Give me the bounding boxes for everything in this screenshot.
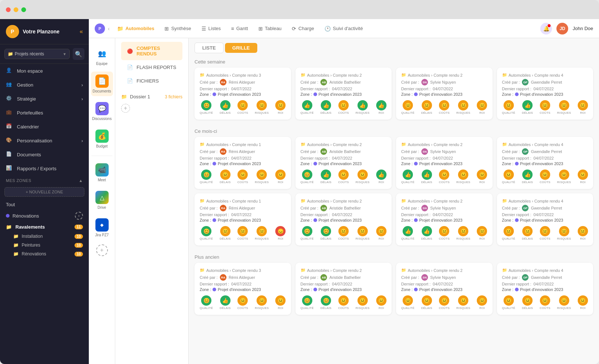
zone-name: Projet d'innovation 2023: [419, 218, 462, 222]
report-card[interactable]: 📁 Automobiles › Compte rendu 4 Créé par …: [497, 68, 593, 120]
report-card[interactable]: 📁 Automobiles › Compte rendu 2 Créé par …: [295, 68, 392, 120]
project-select[interactable]: 📁 Projets récents ▼: [4, 49, 70, 59]
add-zone-button[interactable]: +: [75, 212, 83, 220]
report-card[interactable]: 📁 Automobiles › Compte rendu 2 Créé par …: [295, 263, 392, 315]
maximize-button[interactable]: [21, 7, 26, 12]
add-folder-row: +: [115, 102, 188, 114]
metric-item: 😐 RISQUES: [356, 170, 370, 184]
report-card[interactable]: 📁 Automobiles › Compte rendu 1 Créé par …: [195, 193, 291, 245]
notifications-button[interactable]: 🔔: [540, 23, 552, 34]
last-report-date: 04/07/2022: [332, 156, 352, 160]
metric-item: 😐 RISQUES: [255, 295, 269, 310]
project-back-button[interactable]: P: [95, 23, 105, 34]
zone-ravalements[interactable]: 📁 Ravalements 11: [0, 222, 89, 232]
report-card[interactable]: 📁 Automobiles › Compte rendu 4 Créé par …: [497, 193, 593, 245]
sidebar-item-calendrier[interactable]: 📅 Calendrier: [0, 120, 89, 134]
report-card[interactable]: 📁 Automobiles › Compte rendu 4 Créé par …: [497, 263, 593, 315]
metric-item: 😐 ROI: [578, 170, 588, 184]
metric-icon: 😐: [376, 295, 386, 306]
metric-item: 😐 RISQUES: [557, 170, 571, 184]
doc-nav-fichiers[interactable]: 📄 FICHIERS: [121, 74, 182, 87]
sidebar-item-mon-espace[interactable]: 👤 Mon espace: [0, 64, 89, 78]
metric-label: QUALITÉ: [502, 306, 515, 310]
metric-label: QUALITÉ: [401, 237, 414, 240]
creator-avatar: AB: [320, 274, 327, 281]
report-card[interactable]: 📁 Automobiles › Compte rendu 2 Créé par …: [396, 137, 493, 189]
sidebar-item-rapports[interactable]: 📊 Rapports / Exports: [0, 161, 89, 175]
tab-automobiles-label: Automobiles: [126, 26, 155, 31]
grid-view-button[interactable]: GRILLE: [225, 43, 257, 53]
list-view-button[interactable]: LISTE: [195, 43, 224, 53]
tab-gantt[interactable]: ≡ Gantt: [227, 23, 253, 34]
doc-nav-flash-reports[interactable]: 📄 FLASH REPORTS: [121, 61, 182, 74]
zone-name: Projet d'innovation 2023: [520, 161, 563, 166]
tool-documents[interactable]: 📄 Documents: [91, 72, 113, 96]
tool-budget[interactable]: 💰 Budget: [91, 127, 113, 151]
zone-tout[interactable]: Tout: [0, 200, 89, 210]
subzone-installation[interactable]: 📁 Installation 10: [0, 232, 89, 241]
sidebar-item-gestion[interactable]: 👥 Gestion ›: [0, 78, 89, 92]
metric-icon: 😐: [477, 100, 487, 110]
subzone-peintures[interactable]: 📁 Peintures 10: [0, 241, 89, 250]
metric-item: 😐 COÛTS: [540, 170, 551, 184]
tab-suivi[interactable]: 🕐 Suivi d'activité: [320, 23, 367, 34]
metric-item: 👍 ROI: [376, 100, 386, 114]
metric-label: ROI: [278, 111, 283, 114]
sidebar: P Votre Planzone « 📁 Projets récents ▼ 🔍…: [0, 19, 89, 364]
sidebar-item-documents[interactable]: 📄 Documents: [0, 148, 89, 161]
add-tool-button[interactable]: +: [96, 244, 108, 256]
report-card[interactable]: 📁 Automobiles › Compte rendu 2 Créé par …: [295, 137, 392, 189]
tab-tableau[interactable]: ⊞ Tableau: [254, 23, 286, 34]
sidebar-item-strategie[interactable]: ⚙️ Stratégie ›: [0, 92, 89, 106]
close-button[interactable]: [6, 7, 11, 12]
creator-row: Créé par : GP Gwendalle Perret: [502, 205, 588, 211]
card-breadcrumb: 📁 Automobiles › Compte rendu 1: [200, 142, 286, 147]
tool-meet[interactable]: 📹 Meet: [91, 160, 113, 185]
created-by-label: Créé par :: [301, 149, 319, 154]
metric-label: DÉLAIS: [320, 306, 331, 310]
tool-jira[interactable]: ◆ Jira PZ7: [91, 215, 113, 240]
suivi-icon: 🕐: [324, 26, 331, 32]
add-folder-button[interactable]: +: [121, 104, 130, 113]
tab-listes[interactable]: ☰ Listes: [197, 23, 225, 34]
subzone-renovations[interactable]: 📁 Rénovations 10: [0, 250, 89, 258]
tool-discussions[interactable]: 💬 Discussions: [91, 99, 113, 124]
collapse-zones-icon[interactable]: ▲: [79, 178, 83, 183]
tool-equipe[interactable]: 👥 Equipe: [91, 44, 113, 69]
last-report-label: Dernier rapport :: [502, 87, 531, 91]
doc-nav-comptes-rendus[interactable]: 🔴 COMPTES RENDUS: [121, 42, 182, 60]
top-nav-right: 🔔 JD John Doe: [540, 23, 593, 34]
sidebar-app-name: Votre Planzone: [23, 29, 76, 34]
folder-icon: 📁: [502, 73, 507, 77]
report-card[interactable]: 📁 Automobiles › Compte rendu 2 Créé par …: [396, 193, 493, 245]
search-button[interactable]: 🔍: [73, 48, 84, 60]
created-by-label: Créé par :: [301, 206, 319, 210]
folder-dossier1[interactable]: 📁 Dossier 1 3 fichiers: [115, 91, 188, 102]
report-card[interactable]: 📁 Automobiles › Compte rendu 3 Créé par …: [195, 68, 291, 120]
report-card[interactable]: 📁 Automobiles › Compte rendu 2 Créé par …: [396, 68, 493, 120]
sidebar-item-portefeuilles[interactable]: 💼 Portefeuilles: [0, 106, 89, 120]
zone-renovations[interactable]: Rénovations +: [0, 210, 89, 222]
date-row: Dernier rapport : 04/07/2022: [502, 87, 588, 91]
report-card[interactable]: 📁 Automobiles › Compte rendu 2 Créé par …: [295, 193, 392, 245]
new-zone-button[interactable]: + NOUVELLE ZONE: [4, 187, 84, 197]
report-card[interactable]: 📁 Automobiles › Compte rendu 3 Créé par …: [195, 263, 291, 315]
creator-avatar: GP: [522, 274, 529, 281]
tab-charge[interactable]: ⟳ Charge: [287, 23, 319, 34]
breadcrumb-text: Automobiles › Compte rendu 2: [307, 199, 362, 203]
metric-label: DÉLAIS: [522, 181, 533, 184]
report-card[interactable]: 📁 Automobiles › Compte rendu 1 Créé par …: [195, 137, 291, 189]
sidebar-item-personnalisation[interactable]: 🎨 Personnalisation ›: [0, 134, 89, 148]
report-card[interactable]: 📁 Automobiles › Compte rendu 4 Créé par …: [497, 137, 593, 189]
sidebar-collapse-button[interactable]: «: [80, 28, 83, 35]
metric-item: 👍 DÉLAIS: [522, 100, 533, 114]
tab-synthese[interactable]: ⊞ Synthèse: [160, 23, 195, 34]
report-card[interactable]: 📁 Automobiles › Compte rendu 2 Créé par …: [396, 263, 493, 315]
metric-icon: 😐: [439, 295, 449, 306]
minimize-button[interactable]: [14, 7, 18, 12]
tab-charge-label: Charge: [298, 26, 314, 31]
tab-automobiles[interactable]: 📁 Automobiles: [113, 23, 159, 34]
last-report-label: Dernier rapport :: [401, 156, 431, 160]
tool-drive[interactable]: △ Drive: [91, 188, 113, 212]
date-row: Dernier rapport : 04/07/2022: [401, 156, 487, 160]
